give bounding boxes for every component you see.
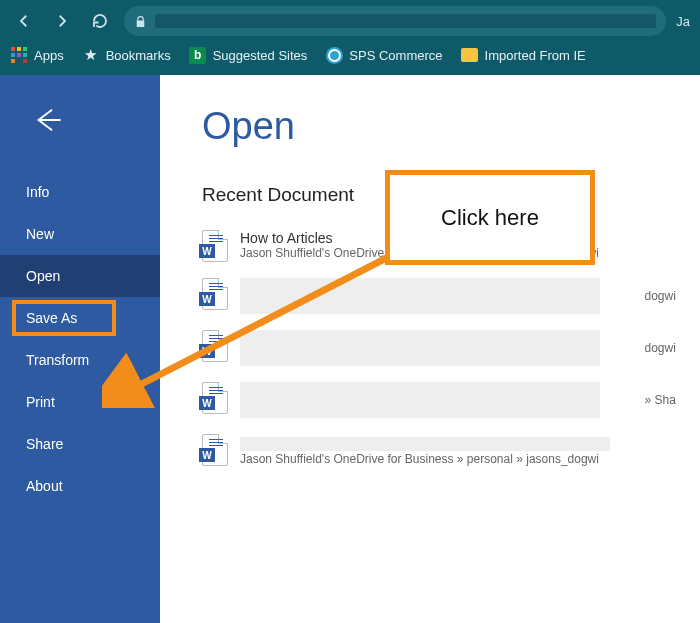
bookmark-suggested-sites[interactable]: b Suggested Sites	[189, 46, 308, 64]
lock-icon	[134, 15, 147, 28]
document-item[interactable]: W dogwi	[202, 278, 700, 314]
doc-path: Jason Shuffield's OneDrive for Business …	[240, 452, 700, 466]
star-icon: ★	[82, 46, 100, 64]
doc-path: » Sha	[644, 393, 675, 407]
redacted	[240, 330, 600, 366]
redacted	[240, 437, 610, 451]
document-item[interactable]: W dogwi	[202, 330, 700, 366]
sidebar: Info New Open Save As Transform Print Sh…	[0, 75, 160, 623]
apps-icon	[10, 46, 28, 64]
browser-chrome: Ja Apps ★ Bookmarks	[0, 0, 700, 75]
page-title: Open	[202, 105, 700, 148]
redacted	[240, 278, 600, 314]
word-doc-icon: W	[202, 278, 228, 310]
url-trail: Ja	[676, 14, 690, 29]
bookmark-label: Apps	[34, 48, 64, 63]
sidebar-item-transform[interactable]: Transform	[0, 339, 160, 381]
sidebar-item-about[interactable]: About	[0, 465, 160, 507]
sidebar-item-new[interactable]: New	[0, 213, 160, 255]
bookmark-label: Suggested Sites	[213, 48, 308, 63]
back-button[interactable]	[10, 7, 38, 35]
main-panel: Open Recent Document W How to Articles J…	[160, 75, 700, 623]
bookmark-label: Imported From IE	[485, 48, 586, 63]
word-doc-icon: W	[202, 230, 228, 262]
bookmark-imported-from-ie[interactable]: Imported From IE	[461, 46, 586, 64]
forward-button[interactable]	[48, 7, 76, 35]
sps-icon	[325, 46, 343, 64]
sidebar-item-open[interactable]: Open	[0, 255, 160, 297]
sidebar-item-info[interactable]: Info	[0, 171, 160, 213]
doc-path: dogwi	[644, 341, 675, 355]
doc-path: dogwi	[644, 289, 675, 303]
redacted	[240, 382, 600, 418]
url-bar[interactable]	[124, 6, 666, 36]
word-doc-icon: W	[202, 382, 228, 414]
bookmark-bookmarks[interactable]: ★ Bookmarks	[82, 46, 171, 64]
sidebar-item-print[interactable]: Print	[0, 381, 160, 423]
callout-text: Click here	[441, 205, 539, 231]
bookmark-apps[interactable]: Apps	[10, 46, 64, 64]
sidebar-item-share[interactable]: Share	[0, 423, 160, 465]
reload-button[interactable]	[86, 7, 114, 35]
bing-icon: b	[189, 46, 207, 64]
bookmarks-bar: Apps ★ Bookmarks b Suggested Sites SPS C…	[10, 38, 690, 72]
back-to-document[interactable]	[0, 103, 160, 171]
browser-toolbar: Ja	[10, 4, 690, 38]
bookmark-label: SPS Commerce	[349, 48, 442, 63]
recent-documents-list: W How to Articles Jason Shuffield's OneD…	[202, 230, 700, 466]
document-item[interactable]: W Jason Shuffield's OneDrive for Busines…	[202, 434, 700, 466]
folder-icon	[461, 46, 479, 64]
bookmark-label: Bookmarks	[106, 48, 171, 63]
document-item[interactable]: W » Sha	[202, 382, 700, 418]
bookmark-sps-commerce[interactable]: SPS Commerce	[325, 46, 442, 64]
callout-box: Click here	[385, 170, 595, 265]
sidebar-item-save-as[interactable]: Save As	[0, 297, 160, 339]
word-doc-icon: W	[202, 330, 228, 362]
app-body: Info New Open Save As Transform Print Sh…	[0, 75, 700, 623]
word-doc-icon: W	[202, 434, 228, 466]
url-text	[155, 14, 656, 28]
